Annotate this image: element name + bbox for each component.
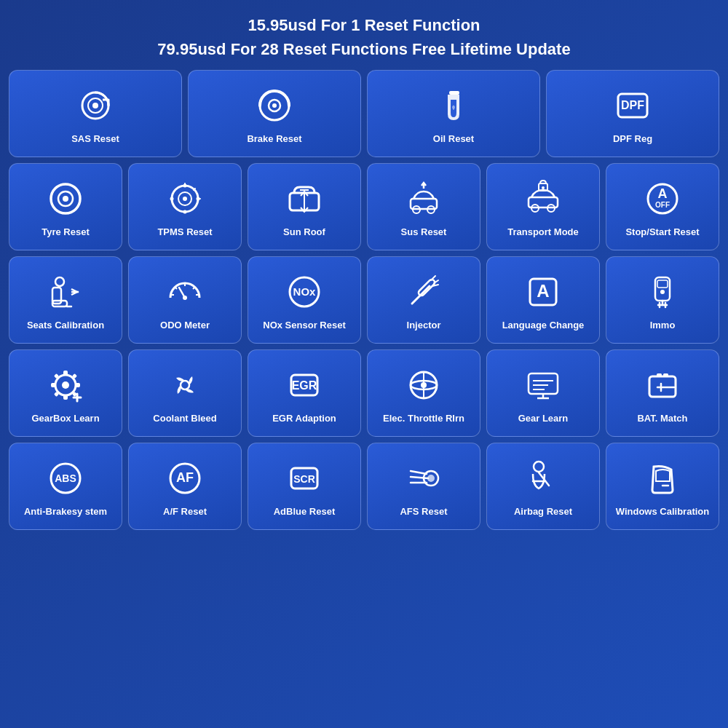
nox-icon: NOx [282, 270, 326, 314]
injector-label: Injector [407, 320, 441, 332]
sus-icon [402, 177, 446, 221]
gearbox-learn[interactable]: GearBox Learn [9, 349, 122, 437]
throttle-icon [402, 363, 446, 407]
stop-start-reset[interactable]: A OFF Stop/Start Reset [606, 163, 719, 250]
oil-reset[interactable]: Oil Reset [367, 70, 540, 157]
windows-calibration[interactable]: Windows Calibration [606, 443, 719, 530]
grid-row-3: Seats Calibration ODO Meter [9, 256, 719, 344]
svg-point-18 [183, 210, 187, 213]
adblue-label: AdBlue Reset [274, 506, 336, 518]
bat-icon [641, 363, 684, 407]
stopstart-icon: A OFF [641, 177, 684, 221]
odo-meter[interactable]: ODO Meter [128, 256, 242, 344]
svg-text:SCR: SCR [293, 473, 315, 485]
sunroof-label: Sun Roof [283, 226, 325, 239]
svg-rect-56 [657, 280, 668, 288]
abs-icon: ABS [44, 456, 87, 500]
dpf-reg[interactable]: DPF DPF Reg [546, 70, 719, 157]
transport-mode[interactable]: Transport Mode [486, 163, 600, 250]
immo[interactable]: Immo [606, 256, 719, 344]
elec-throttle[interactable]: Elec. Throttle RIrn [367, 349, 480, 437]
sun-roof[interactable]: Sun Roof [248, 163, 361, 250]
tyre-reset[interactable]: Tyre Reset [9, 163, 122, 250]
svg-point-45 [183, 296, 187, 300]
svg-rect-66 [51, 383, 56, 387]
transport-icon [521, 177, 565, 221]
injector[interactable]: Injector [367, 256, 480, 344]
odo-label: ODO Meter [160, 320, 210, 332]
page-wrapper: 15.95usd For 1 Reset Function 79.95usd F… [0, 0, 728, 728]
svg-point-34 [55, 277, 64, 286]
af-reset[interactable]: AF A/F Reset [128, 443, 242, 530]
svg-point-28 [542, 186, 545, 189]
gearbox-label: GearBox Learn [31, 413, 99, 425]
adblue-icon: SCR [282, 456, 326, 500]
af-icon: AF [163, 456, 207, 500]
nox-sensor-reset[interactable]: NOx NOx Sensor Reset [248, 256, 361, 344]
af-label: A/F Reset [163, 506, 207, 518]
grid-row-1: SAS Reset Brake Reset [9, 70, 719, 157]
coolant-label: Coolant Bleed [153, 413, 216, 425]
airbag-label: Airbag Reset [514, 506, 572, 518]
immo-icon [641, 270, 684, 314]
sunroof-icon [282, 177, 326, 221]
language-icon: A [521, 270, 565, 314]
svg-point-103 [427, 475, 435, 482]
sus-reset[interactable]: Sus Reset [367, 163, 480, 250]
svg-point-57 [660, 290, 665, 294]
svg-rect-88 [657, 373, 662, 377]
brake-reset[interactable]: Brake Reset [188, 70, 361, 157]
adblue-reset[interactable]: SCR AdBlue Reset [248, 443, 361, 530]
egr-icon: EGR [282, 363, 326, 407]
coolant-bleed[interactable]: Coolant Bleed [128, 349, 242, 437]
sus-label: Sus Reset [401, 226, 447, 239]
svg-point-104 [534, 462, 544, 472]
tpms-reset[interactable]: TPMS Reset [128, 163, 242, 250]
dpf-label: DPF Reg [613, 133, 652, 146]
tpms-label: TPMS Reset [157, 226, 212, 239]
seats-calibration[interactable]: Seats Calibration [9, 256, 122, 344]
svg-rect-67 [75, 383, 80, 387]
nox-label: NOx Sensor Reset [263, 320, 345, 332]
svg-point-15 [183, 197, 187, 201]
gearbox-icon [44, 363, 87, 407]
svg-text:EGR: EGR [292, 379, 317, 392]
airbag-reset[interactable]: Airbag Reset [486, 443, 600, 530]
svg-line-100 [411, 477, 428, 478]
svg-rect-7 [451, 91, 457, 93]
afs-icon [402, 456, 446, 500]
brake-label: Brake Reset [247, 133, 301, 146]
tyre-icon [44, 177, 87, 221]
anti-brake[interactable]: ABS Anti-Brakesy stem [9, 443, 122, 530]
egr-adaption[interactable]: EGR EGR Adaption [248, 349, 361, 437]
bat-match[interactable]: BAT. Match [606, 349, 719, 437]
windows-icon [641, 456, 684, 500]
svg-text:AF: AF [176, 470, 194, 485]
svg-rect-89 [663, 373, 668, 377]
airbag-icon [521, 456, 565, 500]
gear-learn[interactable]: Gear Learn [486, 349, 600, 437]
afs-reset[interactable]: AFS Reset [367, 443, 480, 530]
svg-line-99 [411, 471, 427, 474]
svg-rect-64 [63, 371, 68, 376]
header-title: 15.95usd For 1 Reset Function 79.95usd F… [9, 13, 719, 61]
tpms-icon [163, 177, 207, 221]
svg-text:DPF: DPF [621, 99, 644, 111]
seats-label: Seats Calibration [27, 320, 104, 332]
oil-label: Oil Reset [433, 133, 474, 146]
injector-icon [402, 270, 446, 314]
header: 15.95usd For 1 Reset Function 79.95usd F… [9, 7, 719, 70]
abs-label: Anti-Brakesy stem [24, 506, 107, 518]
svg-text:ABS: ABS [55, 472, 76, 484]
svg-point-63 [62, 381, 69, 389]
svg-point-5 [272, 103, 277, 108]
sas-reset[interactable]: SAS Reset [9, 70, 182, 157]
svg-rect-81 [529, 373, 558, 394]
dpf-icon: DPF [611, 84, 654, 127]
sas-label: SAS Reset [71, 133, 119, 146]
svg-point-17 [197, 197, 200, 200]
grid-row-4: GearBox Learn Coolant Bleed EGR [9, 349, 719, 437]
coolant-icon [163, 363, 207, 407]
oil-icon [432, 84, 475, 127]
language-change[interactable]: A Language Change [486, 256, 600, 344]
